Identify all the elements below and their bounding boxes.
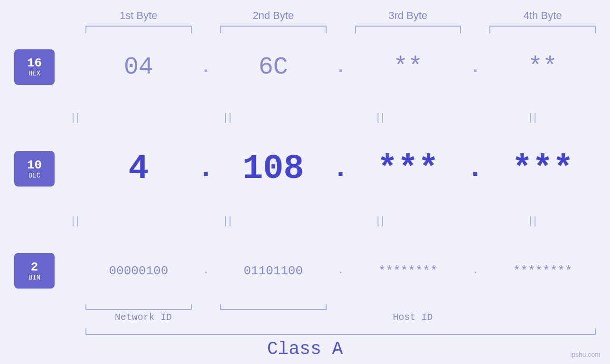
byte3-placeholder xyxy=(355,302,461,310)
dec-byte3: *** xyxy=(350,149,466,188)
byte-headers: 1st Byte 2nd Byte 3rd Byte 4th Byte xyxy=(81,9,601,26)
eq2: || xyxy=(162,111,295,123)
hex-dot3: . xyxy=(466,57,485,77)
hex-byte3: ** xyxy=(350,53,466,81)
dec-byte2: 108 xyxy=(216,149,331,188)
dec-byte4: *** xyxy=(485,149,601,188)
network-id-label: Network ID xyxy=(81,312,206,323)
hex-badge-number: 16 xyxy=(27,56,42,70)
full-bottom-bracket xyxy=(81,327,601,335)
hex-values: 04 . 6C . ** . ** xyxy=(81,53,601,81)
bin-row: 2 BIN 00000100 . 01101100 . ******** xyxy=(9,253,601,289)
hex-byte2: 6C xyxy=(216,53,331,81)
bin-badge-label: BIN xyxy=(28,274,40,281)
byte4-placeholder xyxy=(489,302,596,310)
bin-byte3: ******** xyxy=(350,264,466,278)
hex-badge-label: HEX xyxy=(28,70,40,77)
bin-dot3: . xyxy=(466,265,485,277)
byte4-header: 4th Byte xyxy=(485,9,601,26)
dec-badge-col: 10 DEC xyxy=(9,151,81,187)
net-bracket xyxy=(85,302,192,310)
top-brackets xyxy=(81,26,601,34)
hex-badge-col: 16 HEX xyxy=(9,49,81,85)
hex-row: 16 HEX 04 . 6C . ** xyxy=(9,49,601,85)
class-label: Class A xyxy=(9,339,601,359)
eq6: || xyxy=(162,215,295,227)
eq1: || xyxy=(9,111,143,123)
bin-badge-col: 2 BIN xyxy=(9,253,81,289)
equals-row-2: || || || || xyxy=(9,215,601,227)
dec-byte1: 4 xyxy=(81,149,197,188)
bottom-brackets-row xyxy=(81,302,601,310)
byte3-header: 3rd Byte xyxy=(350,9,466,26)
bin-byte1: 00000100 xyxy=(81,264,197,278)
host-id-text: Host ID xyxy=(383,312,442,323)
dec-row: 10 DEC 4 . 108 . *** xyxy=(9,149,601,188)
dec-badge: 10 DEC xyxy=(14,151,55,187)
byte2-sub-bracket xyxy=(220,302,327,310)
bracket-byte4 xyxy=(489,26,596,34)
byte2-header: 2nd Byte xyxy=(216,9,331,26)
eq3: || xyxy=(315,111,448,123)
dec-values: 4 . 108 . *** . *** xyxy=(81,149,601,188)
dec-dot3: . xyxy=(466,153,485,184)
data-section: 16 HEX 04 . 6C . ** xyxy=(9,37,601,301)
host-id-label: Host ID xyxy=(225,312,601,323)
main-container: 1st Byte 2nd Byte 3rd Byte 4th Byte 16 H… xyxy=(0,0,610,364)
equals-row-1: || || || || xyxy=(9,111,601,123)
hex-dot2: . xyxy=(331,57,350,77)
bin-byte4: ******** xyxy=(485,264,601,278)
dec-badge-label: DEC xyxy=(28,172,40,179)
hex-byte4: ** xyxy=(485,53,601,81)
bracket-byte3 xyxy=(355,26,461,34)
dec-badge-number: 10 xyxy=(27,159,42,172)
dec-dot1: . xyxy=(197,153,216,184)
eq8: || xyxy=(467,215,601,227)
hex-dot1: . xyxy=(197,57,216,77)
bin-badge-number: 2 xyxy=(31,261,38,274)
eq7: || xyxy=(315,215,448,227)
bracket-byte1 xyxy=(85,26,192,34)
bracket-byte2 xyxy=(220,26,327,34)
watermark: ipshu.com xyxy=(570,351,601,358)
eq5: || xyxy=(9,215,143,227)
byte1-header: 1st Byte xyxy=(81,9,197,26)
id-labels-row: Network ID Host ID xyxy=(81,312,601,323)
bin-badge: 2 BIN xyxy=(14,253,55,289)
eq4: || xyxy=(467,111,601,123)
dec-dot2: . xyxy=(331,153,350,184)
bin-dot1: . xyxy=(197,265,216,277)
bin-values: 00000100 . 01101100 . ******** . xyxy=(81,264,601,278)
hex-badge: 16 HEX xyxy=(14,49,55,85)
bin-dot2: . xyxy=(331,265,350,277)
bin-byte2: 01101100 xyxy=(216,264,331,278)
hex-byte1: 04 xyxy=(81,53,197,81)
